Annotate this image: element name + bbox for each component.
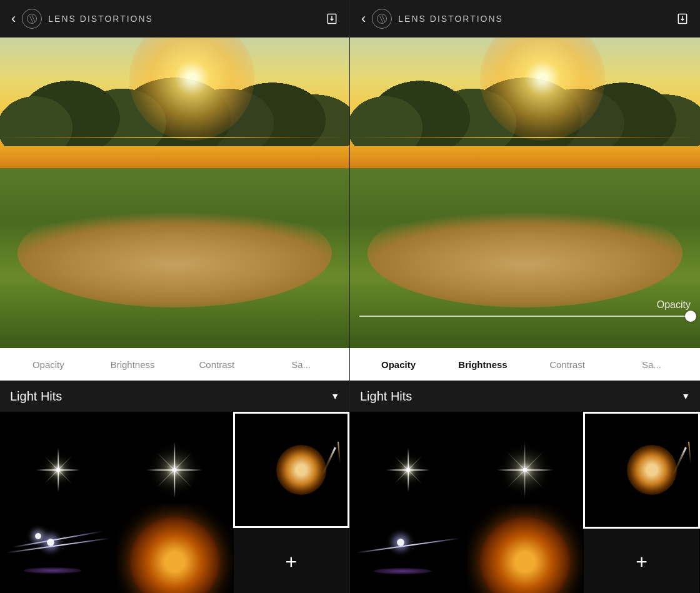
left-download-icon[interactable] [326, 12, 338, 25]
left-star-core-2 [172, 468, 176, 472]
left-thumb-3-selected[interactable] [233, 412, 349, 528]
right-thumb-5[interactable] [467, 504, 584, 593]
right-flare-orange [479, 516, 571, 593]
right-thumb-5-inner [468, 504, 583, 593]
left-control-opacity[interactable]: Opacity [6, 359, 91, 370]
left-lens-flare [0, 137, 349, 138]
left-flare-glow [276, 445, 326, 495]
left-header-left: ‹ LENS DISTORTIONS [11, 9, 153, 29]
left-app-title: LENS DISTORTIONS [48, 14, 153, 24]
right-panel: ‹ LENS DISTORTIONS [350, 0, 700, 593]
right-flare-selected [585, 414, 698, 527]
right-logo [372, 9, 392, 29]
left-controls-bar: Opacity Brightness Contrast Sa... [0, 348, 349, 381]
left-blue-ray [7, 537, 110, 553]
right-logo-icon [376, 12, 388, 25]
left-thumb-3-inner [235, 414, 348, 526]
right-control-saturation[interactable]: Sa... [609, 359, 694, 370]
left-header-right [326, 12, 338, 25]
right-controls-bar: Opacity Brightness Contrast Sa... [350, 348, 700, 381]
left-thumb-5-inner [117, 504, 232, 593]
left-logo-icon [26, 12, 38, 25]
left-thumb-4-inner [1, 504, 116, 593]
right-photo-area[interactable]: Opacity [350, 37, 700, 348]
left-control-saturation[interactable]: Sa... [259, 359, 343, 370]
left-thumbnails-grid: + [0, 412, 349, 593]
left-light-hits-header[interactable]: Light Hits ▼ [0, 381, 349, 412]
right-header: ‹ LENS DISTORTIONS [350, 0, 700, 37]
left-flare-ray-2 [338, 442, 341, 464]
right-flare-blue [351, 504, 466, 593]
left-thumb-4[interactable] [0, 504, 116, 593]
right-thumb-4-inner [351, 504, 466, 593]
left-flare-orange [129, 516, 221, 593]
right-star-core-2 [523, 468, 527, 472]
left-control-brightness[interactable]: Brightness [91, 359, 175, 370]
right-opacity-slider-thumb[interactable] [685, 311, 696, 322]
right-thumb-4[interactable] [350, 504, 467, 593]
left-flare-star-2 [146, 442, 202, 498]
right-header-left: ‹ LENS DISTORTIONS [361, 9, 503, 29]
left-light-hits-section: Light Hits ▼ [0, 381, 349, 593]
right-app-title: LENS DISTORTIONS [398, 14, 503, 24]
right-download-icon[interactable] [676, 12, 689, 25]
right-opacity-overlay: Opacity [350, 299, 700, 317]
right-lens-flare [350, 137, 700, 138]
right-flare-star-1 [386, 448, 430, 492]
right-blue-ray [357, 537, 460, 553]
left-flare-selected [235, 414, 348, 526]
left-logo [22, 9, 42, 29]
left-blue-core [47, 539, 54, 546]
right-opacity-label: Opacity [657, 299, 691, 311]
left-flare-star-1 [36, 448, 80, 492]
left-photo-area[interactable] [0, 37, 349, 348]
right-flare-ray-2 [688, 442, 691, 464]
left-control-contrast[interactable]: Contrast [175, 359, 259, 370]
right-dropdown-icon[interactable]: ▼ [681, 391, 690, 401]
left-panel: ‹ LENS DISTORTIONS [0, 0, 350, 593]
right-field-dirt [368, 199, 682, 307]
left-blue-lens-artifact [24, 567, 81, 574]
left-add-icon[interactable]: + [285, 552, 297, 572]
right-flare-star-2 [497, 442, 553, 498]
left-back-button[interactable]: ‹ [11, 11, 16, 27]
right-flare-glow [627, 445, 677, 495]
left-dropdown-icon[interactable]: ▼ [331, 391, 339, 401]
right-thumb-3-selected[interactable] [583, 412, 700, 529]
right-blue-lens-artifact [374, 568, 431, 574]
left-field-dirt [18, 199, 332, 307]
right-back-button[interactable]: ‹ [361, 11, 366, 27]
right-header-right [676, 12, 689, 25]
right-light-hits-section: Light Hits ▼ [350, 381, 700, 593]
right-light-hits-header[interactable]: Light Hits ▼ [350, 381, 700, 412]
left-star-core-1 [56, 468, 60, 472]
left-flare-blue [1, 504, 116, 593]
right-add-icon[interactable]: + [636, 552, 648, 572]
left-light-hits-title: Light Hits [10, 389, 62, 404]
right-control-contrast[interactable]: Contrast [525, 359, 609, 370]
right-control-opacity[interactable]: Opacity [356, 359, 441, 370]
right-opacity-slider-track[interactable] [359, 316, 691, 317]
right-control-brightness[interactable]: Brightness [441, 359, 525, 370]
left-thumb-5[interactable] [116, 504, 232, 593]
right-light-hits-title: Light Hits [360, 389, 412, 404]
right-star-core-1 [406, 468, 410, 472]
right-thumb-3-inner [585, 414, 698, 527]
left-header: ‹ LENS DISTORTIONS [0, 0, 349, 37]
right-thumbnails-grid: + [350, 412, 700, 593]
